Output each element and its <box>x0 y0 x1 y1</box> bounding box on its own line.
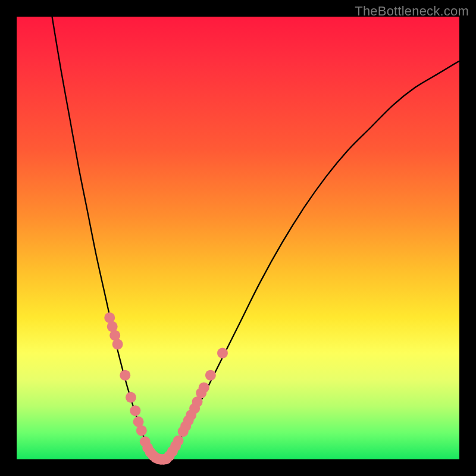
data-marker <box>173 436 184 446</box>
chart-frame: TheBottleneck.com <box>0 0 476 476</box>
data-marker <box>199 382 209 393</box>
data-marker <box>120 370 130 381</box>
curve-group <box>52 17 459 461</box>
data-marker <box>205 370 216 381</box>
plot-area <box>17 17 459 459</box>
watermark-text: TheBottleneck.com <box>355 4 469 19</box>
bottleneck-curve <box>52 17 459 461</box>
data-marker <box>217 347 228 358</box>
data-marker <box>112 339 123 350</box>
chart-svg <box>17 17 459 459</box>
data-marker <box>130 405 140 416</box>
data-marker <box>136 425 147 436</box>
marker-group <box>104 312 228 465</box>
data-marker <box>126 392 136 403</box>
